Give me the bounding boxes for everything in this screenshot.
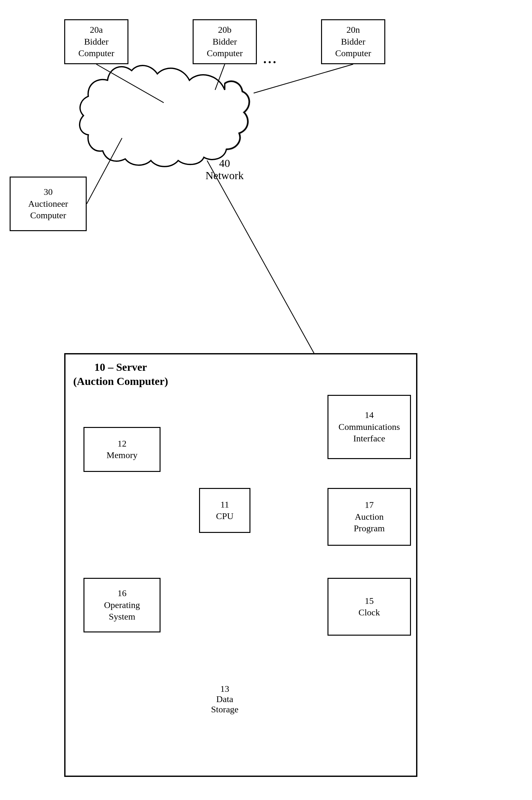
clock-15-box: 15Clock [327,578,411,636]
auctioneer-30-label: 30AuctioneerComputer [28,186,68,221]
diagram-container: 20aBidderComputer 20bBidderComputer 20nB… [0,0,532,800]
cpu-11-label: 11CPU [216,499,233,522]
bidder-20a-label: 20aBidderComputer [78,24,114,59]
cloud-network [80,65,249,167]
bidder-20a-box: 20aBidderComputer [64,19,129,64]
datastorage-13-label: 13DataStorage [183,684,266,715]
comm-14-label: 14CommunicationsInterface [338,409,400,444]
auctioneer-30-box: 30AuctioneerComputer [10,176,87,231]
network-text: 40Network [206,157,244,182]
os-16-box: 16OperatingSystem [83,578,160,632]
dots-label: ... [263,51,278,66]
network-label: 40Network [206,157,244,182]
clock-15-label: 15Clock [359,595,380,618]
server-10-label: 10 – Server(Auction Computer) [73,360,168,388]
bidder-20b-label: 20bBidderComputer [207,24,243,59]
memory-12-box: 12Memory [83,427,160,472]
bidder-20n-box: 20nBidderComputer [321,19,385,64]
bidder-20b-box: 20bBidderComputer [193,19,257,64]
svg-line-1 [215,64,225,90]
bidder-20n-label: 20nBidderComputer [335,24,371,59]
svg-line-3 [87,138,122,204]
svg-line-0 [96,64,164,103]
memory-12-label: 12Memory [107,438,137,461]
svg-line-2 [254,64,353,93]
cpu-11-box: 11CPU [199,488,250,533]
auction-17-box: 17AuctionProgram [327,488,411,546]
auction-17-label: 17AuctionProgram [354,499,385,534]
comm-14-box: 14CommunicationsInterface [327,395,411,459]
os-16-label: 16OperatingSystem [104,588,140,623]
